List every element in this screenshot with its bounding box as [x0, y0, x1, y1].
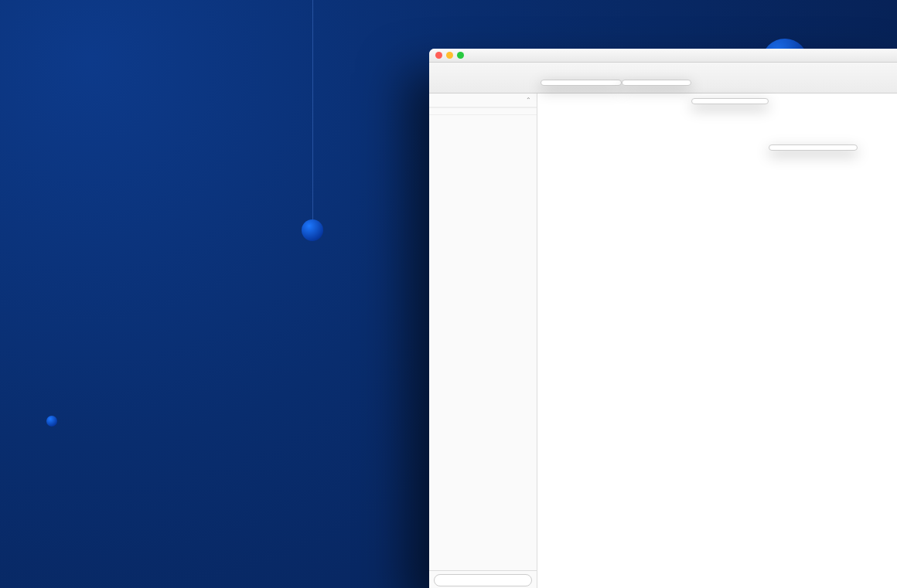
canvas[interactable] — [537, 93, 897, 588]
promo-subtitle — [81, 206, 402, 249]
filter-row — [429, 570, 537, 588]
symbols-submenu-1[interactable] — [622, 80, 691, 86]
promo-title — [81, 77, 402, 184]
symbols-submenu-2[interactable] — [691, 98, 769, 104]
pages-header: ⌃ — [429, 93, 537, 107]
layer-tree — [429, 115, 537, 570]
close-icon[interactable] — [435, 52, 442, 59]
layer-tree-header — [429, 107, 537, 115]
symbols-menu[interactable] — [541, 80, 622, 86]
window-titlebar[interactable] — [429, 49, 897, 63]
symbols-submenu-3[interactable] — [769, 144, 858, 151]
sketch-window: ⌃ — [429, 49, 897, 588]
toolbar — [429, 63, 897, 93]
filter-input[interactable] — [434, 574, 532, 586]
zoom-icon[interactable] — [457, 52, 464, 59]
minimize-icon[interactable] — [446, 52, 453, 59]
collapse-icon[interactable]: ⌃ — [526, 97, 531, 104]
sidebar: ⌃ — [429, 93, 537, 588]
promo-panel — [0, 0, 433, 588]
